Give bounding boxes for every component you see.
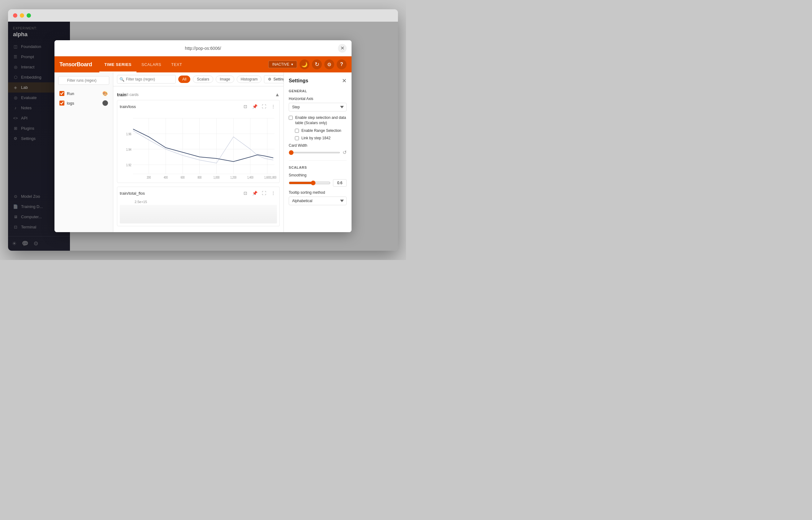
- svg-text:200: 200: [147, 176, 151, 179]
- step-selection-nested: Enable Range Selection Link by step 1842: [295, 128, 347, 141]
- train-loss-chart: 1.96 1.94 1.92 200 400 600 800: [120, 112, 277, 180]
- tags-filter-bar: 🔍 All Scalars Image Histogram ⚙ Settings: [113, 72, 283, 86]
- tb-nav-scalars-label: SCALARS: [141, 62, 161, 67]
- settings-panel-title: Settings: [289, 78, 308, 84]
- modal-titlebar: http://pop-os:6006/ ✕: [54, 40, 352, 56]
- theme-toggle-button[interactable]: 🌙: [300, 59, 309, 69]
- filter-tags-input[interactable]: [117, 75, 176, 84]
- train-flos-y-label: 2.5e+15: [120, 199, 277, 204]
- smoothing-label: Smoothing: [289, 173, 347, 177]
- gear-icon: ⚙: [327, 61, 331, 68]
- chart-flos-menu-icon[interactable]: ⋮: [270, 189, 277, 197]
- svg-text:800: 800: [197, 176, 201, 179]
- filter-runs-input[interactable]: [58, 76, 109, 85]
- card-width-slider[interactable]: [289, 152, 340, 153]
- chart-header-train-flos: train/total_flos ⊡ 📌 ⛶ ⋮: [120, 189, 277, 197]
- svg-text:1,800: 1,800: [270, 176, 277, 179]
- card-width-slider-row: ↺: [289, 150, 347, 155]
- charts-area: train 8 cards ▲ train/loss: [113, 86, 283, 232]
- chart-flos-fullscreen-icon[interactable]: ⛶: [260, 189, 268, 197]
- train-section-header: train 8 cards ▲: [117, 90, 280, 100]
- pill-image[interactable]: Image: [216, 76, 234, 83]
- enable-step-selection-checkbox[interactable]: [289, 116, 293, 120]
- smoothing-slider[interactable]: [289, 180, 330, 185]
- settings-panel-header: Settings ✕: [289, 77, 347, 84]
- mac-titlebar: [8, 9, 398, 22]
- chart-menu-icon[interactable]: ⋮: [270, 103, 277, 110]
- svg-text:400: 400: [164, 176, 168, 179]
- section-collapse-button[interactable]: ▲: [275, 92, 280, 98]
- chart-flos-expand-icon[interactable]: ⊡: [242, 189, 249, 197]
- maximize-button[interactable]: [27, 13, 31, 18]
- run-item-run: Run 🎨: [58, 88, 109, 99]
- svg-text:1.96: 1.96: [126, 132, 132, 136]
- tooltip-sorting-label: Tooltip sorting method: [289, 190, 347, 195]
- refresh-button[interactable]: ↻: [312, 59, 322, 69]
- tb-main-area: 🔍 All Scalars Image Histogram ⚙ Settings: [113, 72, 283, 232]
- tb-logo: TensorBoard: [59, 61, 92, 68]
- enable-range-selection-label: Enable Range Selection: [301, 128, 341, 133]
- train-flos-placeholder: [120, 205, 277, 224]
- settings-btn-label: Settings: [273, 77, 283, 81]
- settings-divider: [289, 160, 347, 161]
- run-swatch-run[interactable]: 🎨: [102, 90, 108, 97]
- tb-settings-button[interactable]: ⚙: [324, 59, 334, 69]
- settings-general-title: GENERAL: [289, 89, 347, 93]
- close-button[interactable]: [13, 13, 17, 18]
- run-swatch-logs[interactable]: [103, 100, 108, 106]
- train-section-label: train: [117, 92, 126, 97]
- link-by-step-row: Link by step 1842: [295, 136, 347, 141]
- smoothing-row: [289, 179, 347, 187]
- tb-nav-time-series[interactable]: TIME SERIES: [99, 56, 136, 72]
- horizontal-axis-select[interactable]: Step Relative Wall: [289, 103, 347, 111]
- train-card-count: 8 cards: [126, 93, 138, 97]
- smoothing-value-input[interactable]: [333, 179, 347, 187]
- pill-all[interactable]: All: [178, 76, 190, 83]
- settings-panel-close-button[interactable]: ✕: [342, 77, 347, 84]
- chart-expand-icon[interactable]: ⊡: [242, 103, 249, 110]
- card-width-reset-button[interactable]: ↺: [343, 150, 347, 155]
- filter-tags-wrap: 🔍: [117, 75, 176, 84]
- pill-histogram[interactable]: Histogram: [237, 76, 262, 83]
- pill-scalars[interactable]: Scalars: [193, 76, 213, 83]
- svg-text:1,600: 1,600: [264, 176, 270, 179]
- enable-range-selection-row: Enable Range Selection: [295, 128, 347, 133]
- chart-title-train-flos: train/total_flos: [120, 191, 145, 196]
- tb-nav-scalars[interactable]: SCALARS: [136, 56, 166, 72]
- chart-pin-icon[interactable]: 📌: [251, 103, 259, 110]
- run-checkbox-run[interactable]: [59, 91, 64, 96]
- tooltip-sorting-select[interactable]: Alphabetical Ascending Descending Defaul…: [289, 197, 347, 205]
- status-dropdown[interactable]: INACTIVE ▾: [268, 61, 297, 68]
- tensorboard-app: TensorBoard TIME SERIES SCALARS TEXT INA…: [54, 56, 352, 232]
- enable-range-selection-checkbox[interactable]: [295, 129, 299, 133]
- link-by-step-label: Link by step 1842: [301, 136, 330, 141]
- run-checkbox-logs[interactable]: [59, 101, 64, 106]
- link-by-step-checkbox[interactable]: [295, 136, 299, 140]
- tb-body: 🔍 Run 🎨 logs: [54, 72, 352, 232]
- tb-nav-time-series-label: TIME SERIES: [104, 62, 132, 67]
- modal-url: http://pop-os:6006/: [185, 46, 221, 51]
- svg-text:1.92: 1.92: [126, 163, 132, 167]
- help-button[interactable]: ?: [337, 59, 347, 69]
- charts-scroll: train 8 cards ▲ train/loss: [113, 86, 283, 232]
- refresh-icon: ↻: [315, 61, 319, 68]
- chart-actions-train-flos: ⊡ 📌 ⛶ ⋮: [242, 189, 277, 197]
- tb-nav-text-label: TEXT: [171, 62, 182, 67]
- tensorboard-modal: http://pop-os:6006/ ✕ TensorBoard TIME S…: [54, 40, 352, 232]
- horizontal-axis-label: Horizontal Axis: [289, 97, 347, 101]
- chart-flos-pin-icon[interactable]: 📌: [251, 189, 259, 197]
- tb-nav-right: INACTIVE ▾ 🌙 ↻ ⚙ ?: [268, 59, 347, 69]
- mac-window: Experiment: alpha ◫ Foundation ☰ Prompt …: [8, 9, 398, 251]
- modal-overlay: http://pop-os:6006/ ✕ TensorBoard TIME S…: [8, 22, 398, 251]
- svg-text:1,200: 1,200: [231, 176, 237, 179]
- run-item-logs: logs: [58, 99, 109, 108]
- open-settings-button[interactable]: ⚙ Settings: [264, 75, 283, 83]
- minimize-button[interactable]: [20, 13, 24, 18]
- card-width-label: Card Width: [289, 143, 347, 148]
- chart-fullscreen-icon[interactable]: ⛶: [260, 103, 268, 110]
- run-label-run: Run: [67, 91, 74, 96]
- run-label-logs: logs: [67, 101, 74, 106]
- modal-close-button[interactable]: ✕: [338, 44, 347, 53]
- svg-text:1.94: 1.94: [126, 148, 132, 151]
- tb-nav-text[interactable]: TEXT: [166, 56, 187, 72]
